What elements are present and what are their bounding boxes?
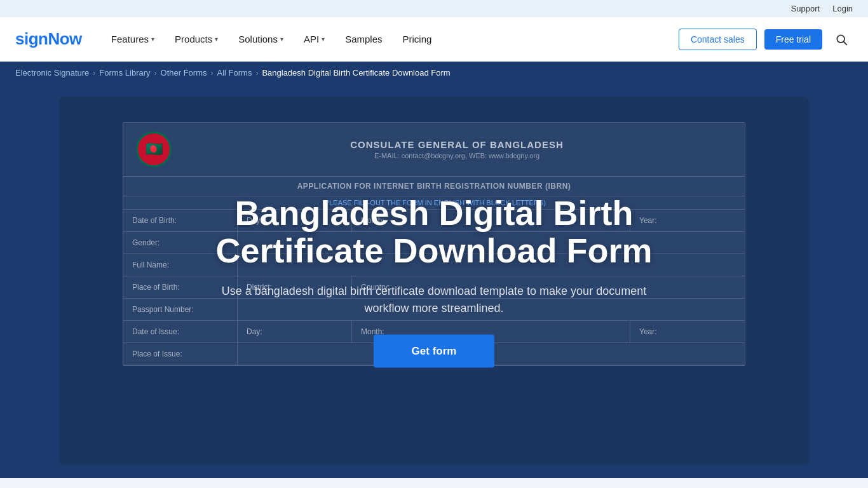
breadcrumb-item-electronic-signature[interactable]: Electronic Signature <box>15 68 89 78</box>
chevron-down-icon: ▾ <box>215 36 218 43</box>
chevron-down-icon: ▾ <box>151 36 154 43</box>
breadcrumb-item-all-forms[interactable]: All Forms <box>217 68 252 78</box>
nav-actions: Contact sales Free trial <box>679 28 853 51</box>
nav-item-products[interactable]: Products ▾ <box>166 29 227 50</box>
form-header-text: CONSULATE GENERAL OF BANGLADESH E-MAIL: … <box>182 139 732 159</box>
breadcrumb: Electronic Signature › Forms Library › O… <box>0 62 868 84</box>
nav-item-features[interactable]: Features ▾ <box>102 29 163 50</box>
free-trial-button[interactable]: Free trial <box>764 29 822 50</box>
breadcrumb-separator: › <box>255 69 258 78</box>
breadcrumb-item-other-forms[interactable]: Other Forms <box>161 68 207 78</box>
get-form-button[interactable]: Get form <box>374 334 495 367</box>
main-nav: signNow Features ▾ Products ▾ Solutions … <box>0 17 868 62</box>
nav-item-api[interactable]: API ▾ <box>295 29 334 50</box>
form-header-subtitle: E-MAIL: contact@bdcgny.org, WEB: www.bdc… <box>182 152 732 159</box>
breadcrumb-separator: › <box>154 69 157 78</box>
overlay-card: Bangladesh Digital Birth Certificate Dow… <box>212 194 656 368</box>
nav-item-pricing[interactable]: Pricing <box>394 29 441 50</box>
utility-bar: Support Login <box>0 0 868 17</box>
overlay-subtitle: Use a bangladesh digital birth certifica… <box>212 282 656 316</box>
form-header-title: CONSULATE GENERAL OF BANGLADESH <box>182 139 732 150</box>
breadcrumb-current: Bangladesh Digital Birth Certificate Dow… <box>262 68 450 78</box>
main-content: 🇧🇩 CONSULATE GENERAL OF BANGLADESH E-MAI… <box>0 84 868 478</box>
login-link[interactable]: Login <box>832 4 853 13</box>
nav-links: Features ▾ Products ▾ Solutions ▾ API ▾ … <box>102 29 679 50</box>
breadcrumb-separator: › <box>93 69 95 78</box>
search-icon <box>835 33 848 46</box>
form-preview-container: 🇧🇩 CONSULATE GENERAL OF BANGLADESH E-MAI… <box>59 97 809 465</box>
nav-item-solutions[interactable]: Solutions ▾ <box>229 29 292 50</box>
support-link[interactable]: Support <box>791 4 820 13</box>
chevron-down-icon: ▾ <box>322 36 325 43</box>
form-header: 🇧🇩 CONSULATE GENERAL OF BANGLADESH E-MAI… <box>123 123 745 177</box>
contact-sales-button[interactable]: Contact sales <box>679 29 757 50</box>
breadcrumb-separator: › <box>211 69 214 78</box>
chevron-down-icon: ▾ <box>280 36 283 43</box>
nav-item-samples[interactable]: Samples <box>336 29 391 50</box>
overlay-title: Bangladesh Digital Birth Certificate Dow… <box>212 194 656 270</box>
breadcrumb-item-forms-library[interactable]: Forms Library <box>99 68 150 78</box>
logo[interactable]: signNow <box>15 29 82 49</box>
bangladesh-logo: 🇧🇩 <box>136 132 172 167</box>
search-button[interactable] <box>830 28 853 51</box>
svg-line-1 <box>844 41 847 44</box>
